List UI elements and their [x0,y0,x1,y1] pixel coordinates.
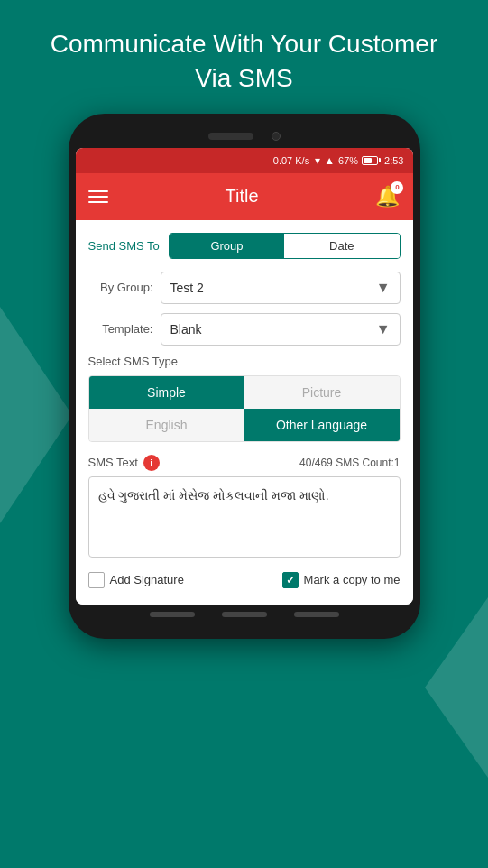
phone-top-bar [76,128,413,148]
tab-group-button[interactable]: Group [170,234,284,258]
template-value: Blank [170,322,202,337]
sms-type-other-language-button[interactable]: Other Language [244,409,400,441]
add-signature-label: Add Signature [110,573,184,586]
app-title: Title [225,186,258,207]
phone-screen: 0.07 K/s ▾ ▲ 67% 2:53 Title 🔔 [76,148,413,605]
by-group-dropdown-arrow: ▼ [376,280,391,296]
hamburger-menu[interactable] [88,190,108,203]
tab-date-button[interactable]: Date [284,234,399,258]
send-sms-row: Send SMS To Group Date [88,233,401,259]
template-dropdown-arrow: ▼ [376,321,391,337]
nav-recent-btn[interactable] [294,612,339,617]
phone-bottom-bar [76,605,413,621]
battery-pct: 67% [338,155,358,166]
sms-type-section-title: Select SMS Type [88,355,401,368]
sms-text-header: SMS Text i 40/469 SMS Count:1 [88,455,401,471]
status-icons: ▾ ▲ 67% 2:53 [315,154,403,167]
hero-title: Communicate With Your Customer Via SMS [0,0,488,114]
mark-copy-label: Mark a copy to me [304,573,401,586]
notification-badge: 0 [391,181,403,194]
sms-type-grid: Simple Picture English Other Language [88,375,401,442]
mark-copy-checkbox-box[interactable] [282,572,299,588]
network-speed: 0.07 K/s [273,155,309,166]
add-signature-checkbox[interactable]: Add Signature [88,572,184,588]
sms-text-label: SMS Text [88,456,138,469]
signal-icon: ▲ [324,154,335,167]
add-signature-checkbox-box[interactable] [88,572,105,588]
template-label: Template: [88,322,153,336]
mark-copy-checkbox[interactable]: Mark a copy to me [282,572,401,588]
nav-home-btn[interactable] [222,612,267,617]
decoration-triangle-right [425,597,488,778]
sms-count-text: 40/469 SMS Count:1 [299,457,400,469]
by-group-row: By Group: Test 2 ▼ [88,272,401,304]
by-group-label: By Group: [88,281,153,294]
time: 2:53 [384,155,403,166]
phone-shell: 0.07 K/s ▾ ▲ 67% 2:53 Title 🔔 [69,114,420,639]
notification-bell[interactable]: 🔔 0 [375,185,400,208]
sms-type-english-button[interactable]: English [89,409,244,441]
by-group-select[interactable]: Test 2 ▼ [161,272,401,304]
wifi-icon: ▾ [315,154,320,167]
decoration-triangle-left [0,307,72,523]
sms-text-label-row: SMS Text i [88,455,160,471]
by-group-value: Test 2 [170,281,204,295]
phone-speaker [208,133,253,140]
tab-group: Group Date [169,233,401,259]
sms-textarea[interactable]: હવે ગુજરાતી માં મેસેજ મોકલવાની મજા માણો. [88,476,401,558]
app-header: Title 🔔 0 [76,173,413,220]
sms-type-simple-button[interactable]: Simple [89,376,244,409]
phone-camera [272,132,281,141]
info-icon[interactable]: i [143,455,160,471]
battery-icon [362,156,381,165]
nav-back-btn[interactable] [150,612,195,617]
bottom-row: Add Signature Mark a copy to me [88,572,401,592]
sms-type-picture-button[interactable]: Picture [244,376,400,409]
template-row: Template: Blank ▼ [88,313,401,346]
content-area: Send SMS To Group Date By Group: Test 2 … [76,220,413,605]
template-select[interactable]: Blank ▼ [161,313,401,346]
send-sms-label: Send SMS To [88,239,160,253]
status-bar: 0.07 K/s ▾ ▲ 67% 2:53 [76,148,413,173]
